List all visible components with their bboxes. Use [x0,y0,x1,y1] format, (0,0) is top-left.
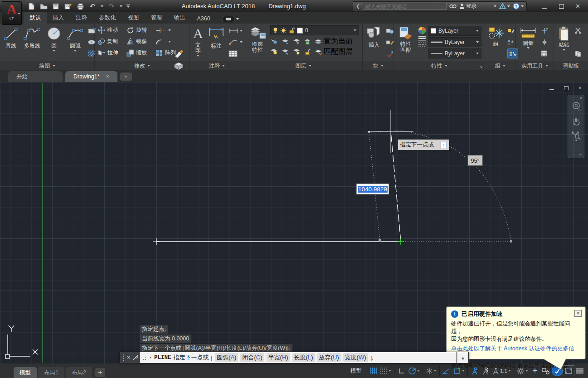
measure-button[interactable]: 测量 [517,24,539,60]
signin-button[interactable]: 登录 [459,2,496,10]
lineweight-dropdown[interactable]: ByLayer [428,37,481,47]
minimize-button[interactable] [542,8,547,9]
tab-view[interactable]: 视图 [122,12,145,24]
steering-wheel-button[interactable]: 2D [571,102,581,111]
command-line-grip[interactable] [122,354,124,361]
layer-lock-icon[interactable] [304,39,311,44]
ribbon-display-toggle[interactable] [223,16,239,22]
polar-tracking-toggle[interactable] [407,365,421,376]
layer-unlock2-icon[interactable] [304,48,311,55]
navbar-close-icon[interactable]: × [579,96,582,101]
id-point-button[interactable] [541,37,549,47]
create-block-button[interactable] [386,26,394,36]
command-line-handle[interactable]: × [120,352,140,363]
stretch-button[interactable]: 拉伸 [96,47,125,58]
set-current-layer-button[interactable]: 置为当前 [315,36,353,46]
viewport-close-button[interactable]: × [578,85,582,91]
maximize-button[interactable] [559,4,564,9]
move-button[interactable]: 移动 [96,24,125,36]
redo-button[interactable]: ↷ [107,2,116,10]
text-button[interactable]: A 文字 [191,24,205,60]
match-properties-button[interactable]: 特性匹配 [395,24,416,60]
undo-button[interactable]: ↶ [88,2,97,10]
isodraft-toggle[interactable] [424,365,438,376]
infocenter-collapse-icon[interactable]: ❮ [356,4,360,9]
new-layout-button[interactable]: + [95,368,105,377]
zoom-dropdown-icon[interactable] [575,140,578,141]
application-menu-button[interactable]: A LT [2,1,22,25]
recent-commands-icon[interactable]: .: [142,354,147,361]
a360-icon[interactable] [499,3,510,9]
undo-dropdown-icon[interactable] [101,5,103,7]
model-tab[interactable]: 模型 [14,367,37,378]
object-color-dropdown[interactable]: ByLayer [428,26,481,36]
command-input-area[interactable]: .: PLINE 指定下一点或 [ 圆弧(A) 闭合(C) 半宽(H) 长度(L… [140,352,457,363]
close-button[interactable]: × [576,3,580,10]
notification-link[interactable]: 单击此处以了解关于 Autodesk 认证硬件的更多信息。 [451,345,574,359]
layer-properties-button[interactable]: 图层特性 [246,24,269,60]
navbar-collapse-icon[interactable]: − [579,151,582,157]
panel-label-draw[interactable]: 绘图 [0,61,94,70]
layout1-tab[interactable]: 布局1 [38,367,64,378]
option-undo[interactable]: 放弃(U) [317,353,341,362]
table-button[interactable] [228,48,243,58]
rotate-button[interactable]: 旋转 [125,24,154,36]
panel-label-block[interactable]: 块 [363,61,394,70]
insert-button[interactable]: 插入 [364,24,384,60]
notification-close-button[interactable]: × [574,310,582,317]
viewport-minimize-button[interactable] [549,89,554,90]
command-history-expand-button[interactable]: ▲ [457,352,469,363]
redo-dropdown-icon[interactable] [120,5,122,7]
layer-dropdown[interactable]: 0 [270,25,359,35]
panel-label-layers[interactable]: 图层 [244,61,362,70]
new-drawing-tab-button[interactable]: + [120,73,132,81]
quick-select-button[interactable] [541,26,549,36]
cut-button[interactable] [574,26,583,36]
new-file-button[interactable] [27,2,35,10]
circle-button[interactable]: 圆 [44,24,64,60]
snap-toggle[interactable] [379,365,393,376]
option-width[interactable]: 宽度(W) [343,353,368,362]
tab-parametric[interactable]: 参数化 [93,12,122,24]
mirror-button[interactable]: 镜像 [125,36,154,47]
layer-on-bulb-icon[interactable] [270,48,277,55]
arc-dropdown-icon[interactable] [74,50,77,52]
paste-button[interactable]: 粘贴 [555,24,573,60]
polyline-button[interactable]: 多段线 [21,24,43,60]
save-button[interactable] [52,2,60,10]
length-input-field[interactable]: 1040.9829 [356,184,389,194]
file-tab-close-icon[interactable]: × [106,73,109,80]
tab-a360[interactable]: A360 [191,14,216,24]
layer-isolate-icon[interactable] [282,39,289,44]
search-icon[interactable] [449,3,457,9]
tab-manage[interactable]: 管理 [145,12,168,24]
tab-insert[interactable]: 插入 [47,12,70,24]
define-attribute-button[interactable] [386,48,394,58]
option-halfwidth[interactable]: 半宽(H) [267,353,290,362]
grid-toggle[interactable] [368,365,379,376]
tab-home[interactable]: 默认 [24,12,47,24]
copy-clip-button[interactable] [574,48,583,58]
panel-label-annotate[interactable]: 注释 [190,61,244,70]
search-input[interactable] [363,3,447,10]
trim-button[interactable] [154,24,172,36]
option-length[interactable]: 长度(L) [292,353,315,362]
paste-dropdown-icon[interactable] [563,49,565,51]
calculator-button[interactable] [541,48,549,58]
line-button[interactable]: 直线 [1,24,20,60]
circle-dropdown-icon[interactable] [53,50,55,52]
tab-annotate[interactable]: 注释 [70,12,93,24]
qat-customize-button[interactable] [126,5,130,8]
file-tab-start[interactable]: 开始 [8,71,63,82]
pan-button[interactable] [571,116,581,126]
copy-button[interactable]: 复制 [96,36,125,47]
erase-button[interactable] [174,48,184,59]
option-close[interactable]: 闭合(C) [240,353,264,362]
layer-off-icon[interactable] [270,39,277,44]
layout2-tab[interactable]: 布局2 [66,367,92,378]
text-dropdown-icon[interactable] [197,55,199,57]
fillet-button[interactable] [154,36,172,47]
leader-button[interactable] [228,37,243,47]
edit-block-button[interactable] [386,37,394,47]
layer-thaw2-icon[interactable] [293,48,300,55]
